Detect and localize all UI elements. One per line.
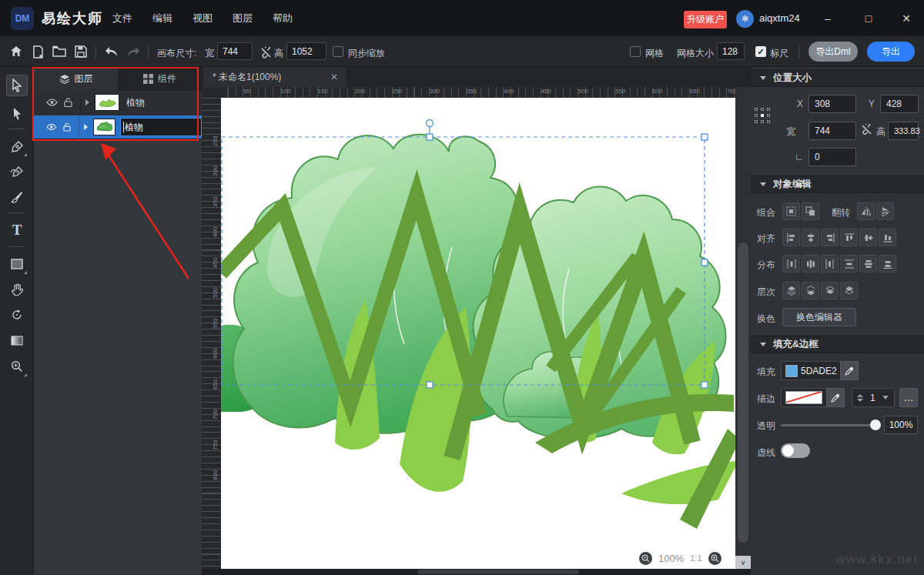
align-right-button[interactable] [821, 229, 839, 246]
canvas-height-input[interactable]: 1052 [286, 42, 326, 60]
lock-open-icon[interactable] [63, 122, 71, 132]
section-object-header[interactable]: 对象编辑 [751, 176, 924, 193]
scrollbar-down-button[interactable]: ∨ [735, 556, 751, 569]
distribute-left-button[interactable] [782, 255, 800, 272]
unlink-icon[interactable] [257, 44, 274, 61]
rotate-tool[interactable] [6, 304, 28, 326]
ungroup-button[interactable] [802, 202, 819, 220]
sync-scale-checkbox[interactable] [333, 46, 343, 57]
height-input[interactable]: 333.83 [888, 122, 919, 140]
scrollbar-thumb[interactable] [738, 242, 748, 543]
distribute-top-button[interactable] [840, 255, 858, 272]
section-position-header[interactable]: 位置大小 [751, 69, 924, 87]
stroke-color-chip[interactable] [781, 388, 827, 407]
pen-tool[interactable] [6, 135, 28, 157]
distribute-right-button[interactable] [821, 255, 839, 272]
opacity-slider[interactable] [781, 424, 879, 426]
brush-tool[interactable] [6, 186, 28, 208]
gradient-tool[interactable] [6, 329, 28, 351]
unlink-icon[interactable] [861, 124, 872, 135]
home-icon[interactable] [8, 43, 25, 60]
grid-checkbox[interactable] [630, 46, 641, 57]
y-input[interactable]: 428 [880, 95, 919, 113]
expand-arrow-icon[interactable] [85, 99, 89, 105]
expand-arrow-icon[interactable] [84, 124, 88, 130]
chevron-down-icon[interactable] [882, 396, 889, 399]
minimize-button[interactable]: – [810, 0, 845, 36]
horizontal-scrollbar[interactable] [202, 569, 751, 575]
anchor-point-grid[interactable] [755, 108, 771, 124]
group-button[interactable] [782, 202, 800, 220]
align-top-button[interactable] [840, 229, 858, 246]
layer-name[interactable]: 植物 [126, 96, 145, 109]
align-left-button[interactable] [782, 229, 800, 246]
angle-input[interactable]: 0 [808, 148, 856, 166]
distribute-bottom-button[interactable] [879, 255, 896, 272]
open-folder-icon[interactable] [51, 43, 68, 60]
hand-tool[interactable] [6, 279, 28, 300]
layer-row[interactable]: 植物 [34, 91, 202, 115]
curvature-pen-tool[interactable] [6, 161, 28, 182]
ruler-checkbox[interactable]: ✓ [755, 46, 766, 57]
send-to-back-button[interactable] [802, 282, 819, 299]
upgrade-account-button[interactable]: 升级账户 [684, 11, 727, 28]
zoom-in-button[interactable] [708, 552, 721, 565]
send-backward-button[interactable] [840, 282, 858, 299]
tab-close-icon[interactable]: ✕ [330, 72, 338, 82]
layer-name-edit-field[interactable]: 植物 [120, 118, 202, 136]
select-tool[interactable] [6, 75, 28, 96]
close-button[interactable]: ✕ [889, 0, 924, 36]
tab-layers[interactable]: 图层 [34, 67, 118, 91]
menu-edit[interactable]: 编辑 [152, 12, 172, 25]
align-bottom-button[interactable] [879, 229, 896, 246]
slider-knob[interactable] [870, 420, 881, 430]
align-center-h-button[interactable] [802, 229, 819, 246]
fill-color-chip[interactable]: 5DADE2 [781, 361, 841, 380]
direct-select-tool[interactable] [6, 102, 28, 124]
dashed-line-toggle[interactable] [781, 443, 810, 458]
stroke-more-button[interactable]: … [899, 388, 918, 407]
visibility-icon[interactable] [46, 99, 58, 106]
new-file-icon[interactable] [29, 43, 46, 60]
x-input[interactable]: 308 [808, 95, 856, 113]
redo-icon[interactable] [125, 43, 142, 60]
fill-eyedropper-button[interactable] [840, 361, 859, 380]
menu-view[interactable]: 视图 [192, 12, 213, 25]
flip-vertical-button[interactable] [876, 202, 894, 220]
width-input[interactable]: 744 [808, 122, 856, 140]
lock-open-icon[interactable] [64, 98, 72, 107]
user-avatar[interactable]: ✻ [736, 10, 754, 28]
rectangle-tool[interactable] [6, 253, 28, 275]
zoom-ratio[interactable]: 1:1 [690, 553, 701, 563]
export-dml-button[interactable]: 导出Dml [808, 42, 858, 62]
vertical-scrollbar[interactable] [735, 87, 751, 569]
layer-row-selected[interactable]: 植物 [34, 115, 202, 139]
document-tab[interactable]: * 未命名1(100%) ✕ [203, 67, 346, 87]
save-icon[interactable] [72, 43, 89, 60]
scrollbar-thumb[interactable] [417, 570, 579, 574]
recolor-editor-button[interactable]: 换色编辑器 [782, 308, 856, 326]
undo-icon[interactable] [103, 43, 120, 60]
rotation-handle[interactable] [427, 120, 434, 127]
visibility-icon[interactable] [46, 123, 57, 131]
menu-file[interactable]: 文件 [112, 12, 132, 25]
flip-horizontal-button[interactable] [857, 202, 875, 220]
bring-forward-button[interactable] [821, 282, 839, 299]
canvas-page[interactable] [221, 98, 735, 569]
text-tool[interactable]: T [6, 219, 28, 241]
canvas-width-input[interactable]: 744 [217, 42, 253, 60]
distribute-center-h-button[interactable] [802, 255, 819, 272]
align-middle-v-button[interactable] [859, 229, 877, 246]
menu-layer[interactable]: 图层 [233, 12, 253, 25]
stroke-eyedropper-button[interactable] [826, 388, 845, 407]
tab-components[interactable]: 组件 [118, 67, 202, 91]
username[interactable]: aiqxtm24 [759, 12, 800, 24]
export-button[interactable]: 导出 [867, 42, 915, 62]
stroke-width-stepper[interactable]: 1 [852, 388, 895, 407]
menu-help[interactable]: 帮助 [273, 12, 293, 25]
distribute-middle-v-button[interactable] [859, 255, 877, 272]
bring-to-front-button[interactable] [782, 282, 800, 299]
maximize-button[interactable]: □ [851, 0, 886, 36]
section-fill-header[interactable]: 填充&边框 [751, 336, 924, 353]
zoom-out-button[interactable] [639, 552, 652, 565]
